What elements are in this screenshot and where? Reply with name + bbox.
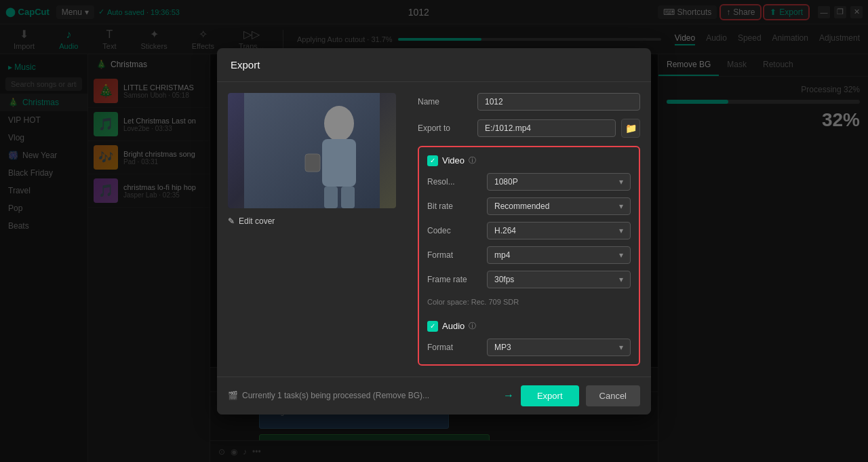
- task-status: 🎬 Currently 1 task(s) being processed (R…: [228, 391, 496, 400]
- audio-section-header: ✓ Audio ⓘ: [427, 321, 631, 332]
- chevron-down-icon: ▾: [619, 201, 623, 211]
- svg-rect-3: [324, 187, 338, 208]
- svg-rect-4: [341, 187, 355, 208]
- modal-body: ✎ Edit cover Name Export to 📁: [217, 82, 651, 377]
- codec-dropdown[interactable]: H.264 ▾: [487, 222, 631, 239]
- video-settings-box: ✓ Video ⓘ Resol... 1080P ▾ Bit: [418, 146, 640, 366]
- svg-rect-2: [322, 139, 356, 187]
- name-row: Name: [418, 93, 640, 111]
- modal-title: Export: [217, 48, 651, 82]
- chevron-down-icon: ▾: [619, 343, 623, 352]
- svg-point-1: [324, 106, 354, 141]
- format-dropdown[interactable]: mp4 ▾: [487, 246, 631, 264]
- codec-row: Codec H.264 ▾: [427, 222, 631, 239]
- video-checkbox[interactable]: ✓: [427, 155, 438, 166]
- export-to-row: Export to 📁: [418, 119, 640, 138]
- modal-cancel-button[interactable]: Cancel: [586, 385, 640, 406]
- chevron-down-icon: ▾: [619, 177, 623, 187]
- chevron-down-icon: ▾: [619, 275, 623, 284]
- arrow-right-icon: →: [503, 389, 514, 402]
- bitrate-row: Bit rate Recommended ▾: [427, 197, 631, 215]
- audio-info-icon: ⓘ: [469, 321, 476, 331]
- export-modal: Export: [217, 48, 651, 415]
- preview-image: [244, 93, 380, 208]
- bitrate-dropdown[interactable]: Recommended ▾: [487, 197, 631, 215]
- chevron-down-icon: ▾: [619, 250, 623, 260]
- modal-settings-panel: Name Export to 📁: [407, 82, 651, 377]
- format-row: Format mp4 ▾: [427, 246, 631, 264]
- film-icon: 🎬: [228, 391, 238, 400]
- chevron-down-icon: ▾: [619, 226, 623, 235]
- video-info-icon: ⓘ: [469, 155, 476, 166]
- name-input[interactable]: [477, 93, 640, 111]
- video-placeholder-bg: [228, 93, 396, 208]
- video-thumbnail: [228, 93, 396, 208]
- svg-rect-0: [244, 93, 380, 208]
- audio-format-row: Format MP3 ▾: [427, 339, 631, 356]
- resolution-dropdown[interactable]: 1080P ▾: [487, 173, 631, 191]
- modal-export-button[interactable]: Export: [521, 385, 579, 406]
- edit-icon: ✎: [228, 216, 235, 226]
- folder-icon: 📁: [625, 123, 637, 134]
- color-space-info: Color space: Rec. 709 SDR: [427, 295, 631, 309]
- video-section-header: ✓ Video ⓘ: [427, 155, 631, 166]
- svg-rect-5: [305, 154, 320, 172]
- folder-browse-button[interactable]: 📁: [621, 119, 640, 138]
- resolution-row: Resol... 1080P ▾: [427, 173, 631, 191]
- modal-overlay: Export: [0, 0, 868, 462]
- framerate-row: Frame rate 30fps ▾: [427, 271, 631, 288]
- export-path-input[interactable]: [477, 119, 616, 137]
- audio-checkbox[interactable]: ✓: [427, 321, 438, 332]
- framerate-dropdown[interactable]: 30fps ▾: [487, 271, 631, 288]
- audio-format-dropdown[interactable]: MP3 ▾: [487, 339, 631, 356]
- modal-footer: 🎬 Currently 1 task(s) being processed (R…: [217, 377, 651, 415]
- edit-cover-button[interactable]: ✎ Edit cover: [228, 216, 396, 226]
- modal-preview-panel: ✎ Edit cover: [217, 82, 407, 377]
